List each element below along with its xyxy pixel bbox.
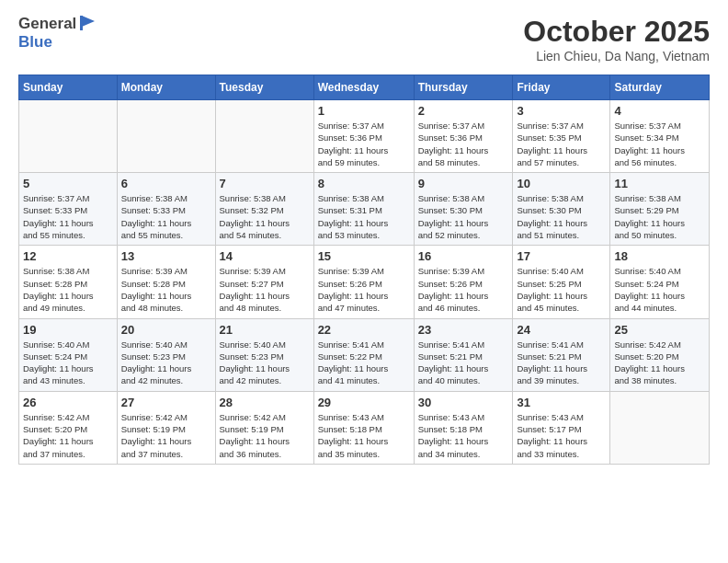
calendar-cell: 1Sunrise: 5:37 AM Sunset: 5:36 PM Daylig… <box>313 100 414 173</box>
day-info: Sunrise: 5:40 AM Sunset: 5:24 PM Dayligh… <box>614 265 705 314</box>
day-info: Sunrise: 5:38 AM Sunset: 5:29 PM Dayligh… <box>614 192 705 241</box>
day-number: 15 <box>318 249 410 263</box>
month-title: October 2025 <box>523 15 710 49</box>
calendar-cell: 30Sunrise: 5:43 AM Sunset: 5:18 PM Dayli… <box>414 391 513 464</box>
day-info: Sunrise: 5:43 AM Sunset: 5:17 PM Dayligh… <box>517 411 606 460</box>
day-info: Sunrise: 5:40 AM Sunset: 5:23 PM Dayligh… <box>220 339 310 387</box>
logo: General Blue <box>18 15 97 52</box>
day-info: Sunrise: 5:41 AM Sunset: 5:21 PM Dayligh… <box>517 339 606 387</box>
day-number: 19 <box>23 323 113 337</box>
day-info: Sunrise: 5:37 AM Sunset: 5:36 PM Dayligh… <box>418 120 509 168</box>
calendar-cell: 21Sunrise: 5:40 AM Sunset: 5:23 PM Dayli… <box>215 318 313 391</box>
calendar-cell: 10Sunrise: 5:38 AM Sunset: 5:30 PM Dayli… <box>513 173 610 246</box>
calendar-cell: 23Sunrise: 5:41 AM Sunset: 5:21 PM Dayli… <box>414 318 513 391</box>
day-number: 11 <box>614 177 705 190</box>
calendar-page: General Blue October 2025 Lien Chieu, Da… <box>0 0 728 479</box>
header-thursday: Thursday <box>414 75 513 100</box>
day-info: Sunrise: 5:38 AM Sunset: 5:32 PM Dayligh… <box>220 192 310 241</box>
calendar-cell: 11Sunrise: 5:38 AM Sunset: 5:29 PM Dayli… <box>610 173 710 246</box>
day-info: Sunrise: 5:37 AM Sunset: 5:34 PM Dayligh… <box>614 120 705 168</box>
day-number: 26 <box>23 396 113 409</box>
day-number: 8 <box>318 177 410 190</box>
calendar-cell: 12Sunrise: 5:38 AM Sunset: 5:28 PM Dayli… <box>19 246 118 318</box>
calendar-cell: 3Sunrise: 5:37 AM Sunset: 5:35 PM Daylig… <box>513 100 610 173</box>
calendar-cell: 13Sunrise: 5:39 AM Sunset: 5:28 PM Dayli… <box>117 246 215 318</box>
calendar-cell: 25Sunrise: 5:42 AM Sunset: 5:20 PM Dayli… <box>610 318 710 391</box>
calendar-week-1: 1Sunrise: 5:37 AM Sunset: 5:36 PM Daylig… <box>19 100 710 173</box>
calendar-cell: 27Sunrise: 5:42 AM Sunset: 5:19 PM Dayli… <box>117 391 215 464</box>
header-monday: Monday <box>117 75 215 100</box>
calendar-week-2: 5Sunrise: 5:37 AM Sunset: 5:33 PM Daylig… <box>19 173 710 246</box>
day-number: 22 <box>318 323 410 337</box>
calendar-cell: 6Sunrise: 5:38 AM Sunset: 5:33 PM Daylig… <box>117 173 215 246</box>
day-info: Sunrise: 5:39 AM Sunset: 5:27 PM Dayligh… <box>220 265 310 314</box>
day-info: Sunrise: 5:40 AM Sunset: 5:23 PM Dayligh… <box>121 339 211 387</box>
day-number: 21 <box>220 323 310 337</box>
day-info: Sunrise: 5:41 AM Sunset: 5:21 PM Dayligh… <box>418 339 509 387</box>
day-info: Sunrise: 5:40 AM Sunset: 5:25 PM Dayligh… <box>517 265 606 314</box>
calendar-cell: 31Sunrise: 5:43 AM Sunset: 5:17 PM Dayli… <box>513 391 610 464</box>
day-number: 10 <box>517 177 606 190</box>
day-number: 24 <box>517 323 606 337</box>
calendar-cell: 19Sunrise: 5:40 AM Sunset: 5:24 PM Dayli… <box>19 318 118 391</box>
day-info: Sunrise: 5:42 AM Sunset: 5:19 PM Dayligh… <box>220 411 310 460</box>
calendar-cell: 28Sunrise: 5:42 AM Sunset: 5:19 PM Dayli… <box>215 391 313 464</box>
day-info: Sunrise: 5:38 AM Sunset: 5:33 PM Dayligh… <box>121 192 211 241</box>
calendar-cell <box>117 100 215 173</box>
day-info: Sunrise: 5:37 AM Sunset: 5:33 PM Dayligh… <box>23 192 113 241</box>
day-info: Sunrise: 5:39 AM Sunset: 5:28 PM Dayligh… <box>121 265 211 314</box>
logo-flag-icon <box>78 14 97 32</box>
day-number: 5 <box>23 177 113 190</box>
day-number: 30 <box>418 396 509 409</box>
svg-marker-0 <box>82 16 95 27</box>
svg-rect-1 <box>80 16 83 30</box>
day-info: Sunrise: 5:42 AM Sunset: 5:19 PM Dayligh… <box>121 411 211 460</box>
day-number: 31 <box>517 396 606 409</box>
day-info: Sunrise: 5:38 AM Sunset: 5:30 PM Dayligh… <box>418 192 509 241</box>
calendar-cell: 15Sunrise: 5:39 AM Sunset: 5:26 PM Dayli… <box>313 246 414 318</box>
day-number: 27 <box>121 396 211 409</box>
header-wednesday: Wednesday <box>313 75 414 100</box>
day-number: 4 <box>614 104 705 118</box>
day-info: Sunrise: 5:40 AM Sunset: 5:24 PM Dayligh… <box>23 339 113 387</box>
day-number: 23 <box>418 323 509 337</box>
day-info: Sunrise: 5:37 AM Sunset: 5:35 PM Dayligh… <box>517 120 606 168</box>
calendar-cell: 2Sunrise: 5:37 AM Sunset: 5:36 PM Daylig… <box>414 100 513 173</box>
calendar-cell: 24Sunrise: 5:41 AM Sunset: 5:21 PM Dayli… <box>513 318 610 391</box>
day-number: 1 <box>318 104 410 118</box>
day-number: 25 <box>614 323 705 337</box>
calendar-cell: 5Sunrise: 5:37 AM Sunset: 5:33 PM Daylig… <box>19 173 118 246</box>
day-info: Sunrise: 5:38 AM Sunset: 5:30 PM Dayligh… <box>517 192 606 241</box>
calendar-week-3: 12Sunrise: 5:38 AM Sunset: 5:28 PM Dayli… <box>19 246 710 318</box>
day-number: 7 <box>220 177 310 190</box>
header-friday: Friday <box>513 75 610 100</box>
calendar-cell: 7Sunrise: 5:38 AM Sunset: 5:32 PM Daylig… <box>215 173 313 246</box>
calendar-cell: 29Sunrise: 5:43 AM Sunset: 5:18 PM Dayli… <box>313 391 414 464</box>
calendar-table: Sunday Monday Tuesday Wednesday Thursday… <box>18 75 710 465</box>
day-info: Sunrise: 5:43 AM Sunset: 5:18 PM Dayligh… <box>418 411 509 460</box>
day-number: 6 <box>121 177 211 190</box>
day-number: 29 <box>318 396 410 409</box>
logo-blue: Blue <box>18 33 52 52</box>
day-info: Sunrise: 5:38 AM Sunset: 5:31 PM Dayligh… <box>318 192 410 241</box>
day-number: 13 <box>121 249 211 263</box>
calendar-week-4: 19Sunrise: 5:40 AM Sunset: 5:24 PM Dayli… <box>19 318 710 391</box>
day-number: 9 <box>418 177 509 190</box>
title-section: October 2025 Lien Chieu, Da Nang, Vietna… <box>523 15 710 63</box>
page-header: General Blue October 2025 Lien Chieu, Da… <box>18 15 710 63</box>
day-info: Sunrise: 5:41 AM Sunset: 5:22 PM Dayligh… <box>318 339 410 387</box>
header-saturday: Saturday <box>610 75 710 100</box>
day-number: 12 <box>23 249 113 263</box>
calendar-cell: 18Sunrise: 5:40 AM Sunset: 5:24 PM Dayli… <box>610 246 710 318</box>
header-sunday: Sunday <box>19 75 118 100</box>
calendar-cell <box>610 391 710 464</box>
calendar-cell <box>215 100 313 173</box>
day-info: Sunrise: 5:37 AM Sunset: 5:36 PM Dayligh… <box>318 120 410 168</box>
header-tuesday: Tuesday <box>215 75 313 100</box>
day-number: 2 <box>418 104 509 118</box>
day-number: 16 <box>418 249 509 263</box>
day-number: 20 <box>121 323 211 337</box>
weekday-header-row: Sunday Monday Tuesday Wednesday Thursday… <box>19 75 710 100</box>
calendar-cell: 14Sunrise: 5:39 AM Sunset: 5:27 PM Dayli… <box>215 246 313 318</box>
calendar-cell <box>19 100 118 173</box>
